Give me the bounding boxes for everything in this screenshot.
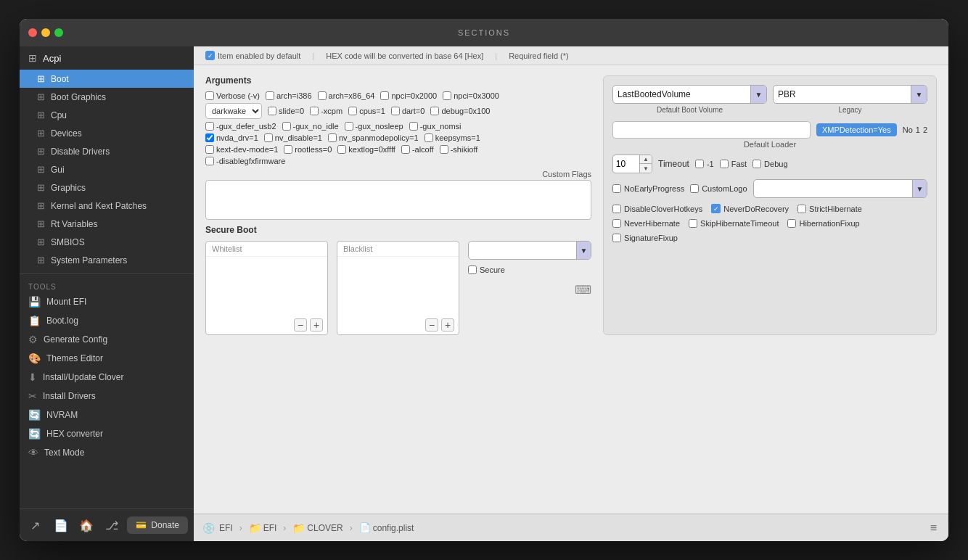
arch-x86-checkbox[interactable] [318,91,327,100]
gux-nosleep-checkbox-label[interactable]: -gux_nosleep [345,122,403,131]
slide0-checkbox-label[interactable]: slide=0 [268,107,304,115]
rootless-checkbox[interactable] [284,145,292,154]
disable-clover-hotkeys-label[interactable]: DisableCloverHotkeys [612,205,702,213]
hamburger-button[interactable]: ≡ [927,519,940,538]
no-early-progress-label[interactable]: NoEarlyProgress [612,184,684,193]
gux-nosleep-checkbox[interactable] [345,122,353,131]
breadcrumb-config[interactable]: 📄 config.plist [359,522,414,533]
custom-logo-select[interactable] [754,184,912,193]
cpus1-checkbox[interactable] [348,107,357,115]
whitelist-add-btn[interactable]: + [310,318,323,332]
sidebar-item-mount-efi[interactable]: 💾 Mount EFI [20,292,194,311]
arch-i386-checkbox[interactable] [266,91,274,100]
sidebar-item-themes-editor[interactable]: 🎨 Themes Editor [20,349,194,368]
never-do-recovery-label[interactable]: ✓ NeverDoRecovery [711,204,789,213]
document-icon[interactable]: 📄 [51,515,70,535]
item-enabled-checkbox[interactable]: ✓ [205,51,215,60]
fast-minus1-label[interactable]: -1 [695,160,714,168]
nv-disable-checkbox-label[interactable]: nv_disable=1 [264,133,322,142]
npci-3000-checkbox[interactable] [443,91,451,100]
never-hibernate-label[interactable]: NeverHibernate [612,219,680,228]
debug-checkbox-label[interactable]: debug=0x100 [430,107,490,115]
gux-idle-checkbox-label[interactable]: -gux_no_idle [282,122,339,131]
arch-i386-checkbox-label[interactable]: arch=i386 [266,91,312,100]
signature-fixup-checkbox[interactable] [612,234,621,242]
kext-dev-checkbox[interactable] [205,145,214,154]
dart0-checkbox[interactable] [391,107,400,115]
strict-hibernate-label[interactable]: StrictHibernate [797,205,862,213]
timeout-input[interactable] [613,159,639,169]
sidebar-item-system-parameters[interactable]: ⊞ System Parameters [20,251,194,269]
nv-disable-checkbox[interactable] [264,133,273,142]
fast-checkbox[interactable] [720,160,729,168]
verbose-checkbox-label[interactable]: Verbose (-v) [205,91,260,100]
secure-type-select[interactable] [469,246,576,255]
blacklist-remove-btn[interactable]: − [425,318,438,332]
disablegfx-checkbox-label[interactable]: -disablegfxfirmware [205,157,285,165]
timeout-stepper[interactable]: ▲ ▼ [612,155,652,173]
sidebar-item-kernel[interactable]: ⊞ Kernel and Kext Patches [20,197,194,215]
custom-logo-label[interactable]: CustomLogo [690,184,747,193]
legacy-dropdown[interactable]: PBR ▼ [773,85,927,104]
sidebar-item-boot-graphics[interactable]: ⊞ Boot Graphics [20,88,194,106]
sidebar-item-rt-variables[interactable]: ⊞ Rt Variables [20,215,194,233]
shikioff-checkbox[interactable] [440,145,448,154]
timeout-down-btn[interactable]: ▼ [640,164,652,173]
kextlog-checkbox-label[interactable]: kextlog=0xffff [337,145,395,154]
custom-flags-input[interactable] [205,180,591,220]
xcpm-checkbox[interactable] [310,107,319,115]
home-icon[interactable]: 🏠 [76,515,96,535]
breadcrumb-clover[interactable]: 📁 CLOVER [292,522,343,534]
minimize-button[interactable] [41,28,50,37]
no-early-progress-checkbox[interactable] [612,184,621,193]
sidebar-item-gui[interactable]: ⊞ Gui [20,160,194,178]
rootless-checkbox-label[interactable]: rootless=0 [284,145,332,154]
cpus1-checkbox-label[interactable]: cpus=1 [348,107,385,115]
custom-logo-checkbox[interactable] [690,184,699,193]
timeout-up-btn[interactable]: ▲ [640,155,652,164]
whitelist-remove-btn[interactable]: − [294,318,307,332]
share-icon[interactable]: ⎇ [102,515,121,535]
sidebar-item-hex-converter[interactable]: 🔄 HEX converter [20,424,194,443]
sidebar-item-acpi[interactable]: ⊞ Acpi [20,46,194,70]
gux-defer-checkbox[interactable] [205,122,214,131]
debug-boot-checkbox[interactable] [752,160,761,168]
hibernation-fixup-checkbox[interactable] [787,219,796,228]
npci-2000-checkbox-label[interactable]: npci=0x2000 [380,91,437,100]
signature-fixup-label[interactable]: SignatureFixup [612,234,678,242]
skip-hibernate-timeout-label[interactable]: SkipHibernateTimeout [689,219,779,228]
xcpm-checkbox-label[interactable]: -xcpm [310,107,343,115]
sidebar-item-graphics[interactable]: ⊞ Graphics [20,178,194,197]
keepsyms-checkbox[interactable] [424,133,433,142]
blacklist-add-btn[interactable]: + [441,318,454,332]
default-boot-volume-select[interactable]: LastBootedVolume [613,89,750,99]
breadcrumb-efi1[interactable]: EFI [219,523,233,533]
npci-2000-checkbox[interactable] [380,91,389,100]
darkwake-select[interactable]: darkwake [205,103,262,119]
gux-nomsi-checkbox[interactable] [409,122,418,131]
boot-volume-arrow-btn[interactable]: ▼ [750,86,766,103]
legacy-select[interactable]: PBR [774,89,911,99]
kext-dev-checkbox-label[interactable]: kext-dev-mode=1 [205,145,278,154]
custom-logo-arrow[interactable]: ▼ [912,180,927,197]
debug-checkbox[interactable] [430,107,439,115]
sidebar-item-disable-drivers[interactable]: ⊞ Disable Drivers [20,142,194,160]
breadcrumb-efi2[interactable]: 📁 EFI [249,522,277,534]
kextlog-checkbox[interactable] [337,145,346,154]
never-hibernate-checkbox[interactable] [612,219,621,228]
close-button[interactable] [28,28,37,37]
maximize-button[interactable] [54,28,63,37]
gux-idle-checkbox[interactable] [282,122,291,131]
keepsyms-checkbox-label[interactable]: keepsyms=1 [424,133,480,142]
disable-clover-hotkeys-checkbox[interactable] [612,205,621,213]
nv-spanmode-checkbox[interactable] [328,133,337,142]
sidebar-item-nvram[interactable]: 🔄 NVRAM [20,405,194,424]
hibernation-fixup-label[interactable]: HibernationFixup [787,219,859,228]
shikioff-checkbox-label[interactable]: -shikioff [440,145,478,154]
verbose-checkbox[interactable] [205,91,214,100]
sidebar-item-smbios[interactable]: ⊞ SMBIOS [20,233,194,251]
fast-label-check[interactable]: Fast [720,160,747,168]
gux-defer-checkbox-label[interactable]: -gux_defer_usb2 [205,122,276,131]
secure-checkbox[interactable] [468,265,477,274]
custom-logo-dropdown[interactable]: ▼ [753,179,927,198]
